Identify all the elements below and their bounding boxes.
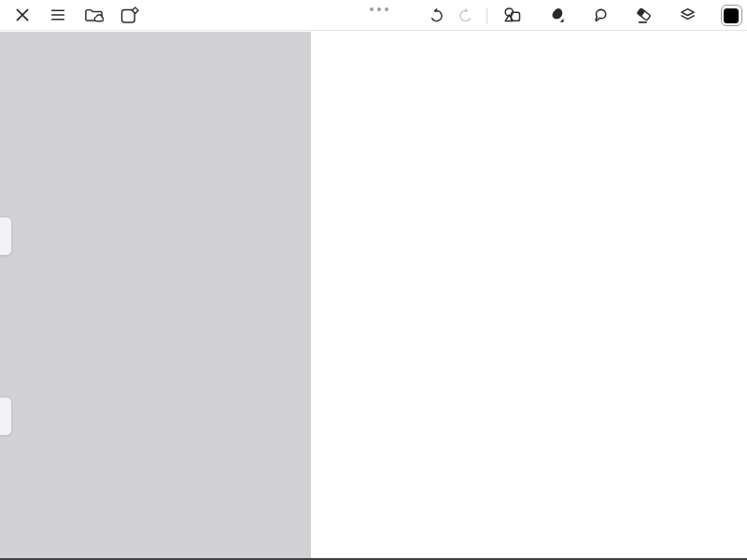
redo-arrow-icon [457, 7, 475, 25]
panel-handle-bottom[interactable] [0, 397, 12, 436]
ellipsis-dot [370, 7, 374, 11]
brush-blob-icon [546, 6, 566, 25]
menu-icon [49, 6, 67, 24]
color-swatch-ring [721, 5, 742, 26]
smudge-tool-button[interactable] [587, 4, 612, 28]
brush-tool-button[interactable] [543, 4, 568, 28]
multitask-indicator-icon[interactable] [370, 7, 388, 11]
color-swatch-button[interactable] [719, 4, 743, 28]
eraser-icon [634, 6, 654, 25]
undo-arrow-icon [427, 7, 445, 25]
toolbar-left-group [0, 3, 141, 27]
layers-icon [678, 6, 698, 25]
redo-button[interactable] [454, 4, 478, 28]
drawing-canvas[interactable] [311, 32, 747, 558]
shapes-select-button[interactable] [500, 4, 524, 28]
shapes-icon [502, 6, 522, 25]
close-icon [13, 6, 32, 24]
ellipsis-dot [377, 7, 381, 11]
ellipsis-dot [385, 7, 388, 11]
drawing-app-window [0, 0, 747, 560]
layers-button[interactable] [675, 4, 699, 28]
main-content [0, 32, 747, 558]
top-toolbar [0, 0, 747, 31]
close-button[interactable] [10, 3, 35, 27]
folder-cloud-icon [84, 6, 104, 25]
import-image-button[interactable] [117, 3, 141, 27]
import-image-icon [120, 6, 139, 25]
panel-handle-top[interactable] [0, 217, 12, 256]
active-color-swatch [724, 8, 739, 23]
smudge-blob-icon [590, 6, 610, 25]
undo-button[interactable] [424, 4, 448, 28]
menu-button[interactable] [46, 3, 70, 27]
eraser-tool-button[interactable] [631, 4, 655, 28]
tool-side-panel [0, 32, 311, 558]
toolbar-divider [486, 7, 487, 24]
gallery-button[interactable] [81, 3, 106, 27]
toolbar-right-group [424, 0, 743, 31]
